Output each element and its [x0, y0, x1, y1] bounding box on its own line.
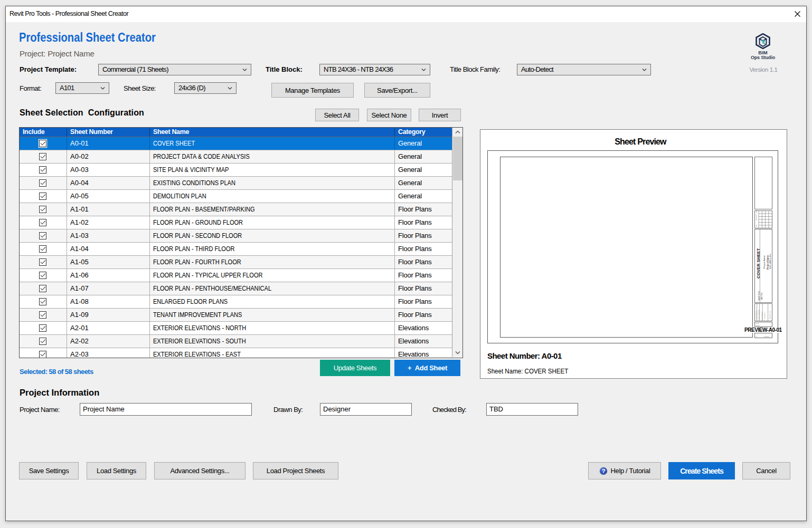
svg-text:DATE: DATE: [756, 209, 757, 213]
svg-text:DRAWN BY --: DRAWN BY --: [764, 311, 766, 319]
svg-text:NO.: NO.: [756, 224, 757, 227]
svg-text:SCALE REVIT: SCALE REVIT: [761, 311, 763, 320]
svg-text:DATE AS NOTED: DATE AS NOTED: [758, 310, 760, 320]
svg-text:SHEETS: SHEETS: [764, 336, 769, 338]
svg-text:SHEET TITLE:: SHEET TITLE:: [758, 291, 760, 301]
svg-text:JOB TITLE:: JOB TITLE:: [761, 292, 763, 300]
svg-text:DATE:: DATE:: [756, 323, 759, 324]
svg-text:Enter address here: Enter address here: [769, 254, 771, 269]
svg-text:?: ?: [601, 468, 605, 474]
svg-text:W: W: [756, 336, 757, 338]
svg-text:Project Status: Project Status: [763, 255, 766, 268]
svg-text:SHEET: SHEET: [756, 325, 760, 327]
svg-text:CITY TAM CWA: CITY TAM CWA: [756, 311, 757, 320]
svg-text:COVER SHEET: COVER SHEET: [756, 248, 761, 279]
svg-text:PROJECT NO --: PROJECT NO --: [769, 310, 771, 319]
svg-text:REVISION: REVISION: [756, 214, 757, 220]
